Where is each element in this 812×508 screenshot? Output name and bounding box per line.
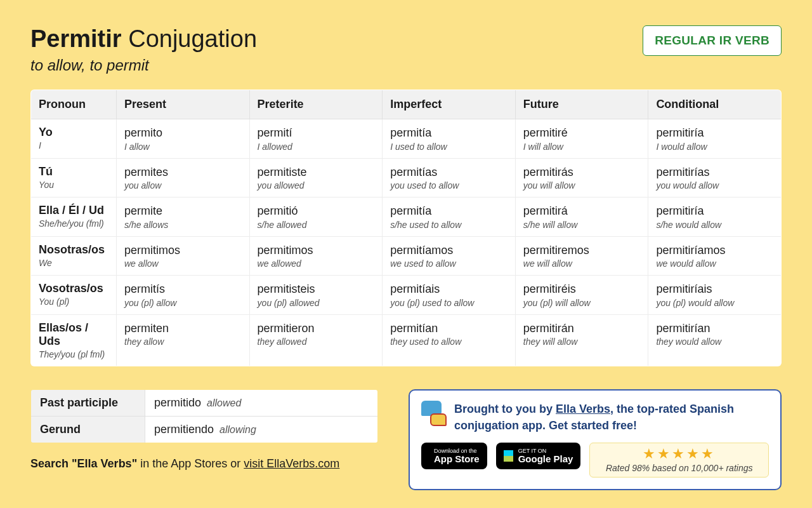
conjugation-cell: permites/he allows	[117, 197, 250, 237]
table-row: Vosotras/osYou (pl)permitísyou (pl) allo…	[31, 276, 782, 315]
column-header: Present	[117, 90, 250, 119]
column-header: Pronoun	[31, 90, 117, 119]
aux-forms-table: Past participle permitido allowed Gerund…	[30, 389, 378, 443]
conjugation-cell: permitíaI used to allow	[383, 119, 516, 159]
conjugation-cell: permitíamoswe used to allow	[383, 236, 516, 276]
conjugation-cell: permitoI allow	[117, 119, 250, 159]
conjugation-cell: permitimoswe allowed	[249, 236, 383, 276]
past-participle-label: Past participle	[31, 389, 145, 416]
rating-text: Rated 98% based on 10,000+ ratings	[595, 463, 763, 473]
conjugation-cell: permitieronthey allowed	[249, 314, 383, 366]
conjugation-cell: permitiréI will allow	[515, 119, 648, 159]
column-header: Future	[515, 90, 648, 119]
past-participle-value: permitido allowed	[145, 389, 378, 416]
table-row: Ellas/os / UdsThey/you (pl fml)permitent…	[31, 314, 782, 366]
promo-box: Brought to you by Ella Verbs, the top-ra…	[409, 389, 782, 490]
conjugation-cell: permitiríamoswe would allow	[648, 236, 782, 276]
verb-type-badge: REGULAR IR VERB	[643, 25, 782, 56]
page-title: Permitir Conjugation	[30, 25, 257, 53]
conjugation-cell: permitíasyou used to allow	[383, 158, 516, 197]
conjugation-cell: permitirías/he would allow	[648, 197, 782, 237]
conjugation-cell: permitesyou allow	[117, 158, 250, 197]
star-icons: ★★★★★	[595, 446, 763, 462]
pronoun-cell: Nosotras/osWe	[31, 236, 117, 276]
conjugation-cell: permitimoswe allow	[117, 236, 250, 276]
header-block: Permitir Conjugation to allow, to permit	[30, 25, 257, 74]
conjugation-cell: permitenthey allow	[117, 314, 250, 366]
table-row: Ella / Él / UdShe/he/you (fml)permites/h…	[31, 197, 782, 237]
pronoun-cell: Ella / Él / UdShe/he/you (fml)	[31, 197, 117, 237]
verb-translation: to allow, to permit	[30, 57, 257, 74]
column-header: Conditional	[648, 90, 782, 119]
conjugation-cell: permitirásyou will allow	[515, 158, 648, 197]
conjugation-cell: permitías/he used to allow	[383, 197, 516, 237]
gerund-label: Gerund	[31, 416, 145, 443]
table-row: TúYoupermitesyou allowpermitisteyou allo…	[31, 158, 782, 197]
table-row: YoIpermitoI allowpermitíI allowedpermití…	[31, 119, 782, 159]
pronoun-cell: YoI	[31, 119, 117, 159]
conjugation-cell: permitiránthey will allow	[515, 314, 648, 366]
promo-text: Brought to you by Ella Verbs, the top-ra…	[454, 401, 769, 434]
google-play-button[interactable]: GET IT ON Google Play	[496, 443, 581, 469]
verb-name: Permitir	[30, 25, 122, 52]
conjugation-cell: permitirás/he will allow	[515, 197, 648, 237]
ella-verbs-link[interactable]: Ella Verbs	[556, 403, 610, 415]
conjugation-cell: permitiríanthey would allow	[648, 314, 782, 366]
conjugation-cell: permitiríaisyou (pl) would allow	[648, 276, 782, 315]
conjugation-cell: permitiós/he allowed	[249, 197, 383, 237]
conjugation-cell: permitísyou (pl) allow	[117, 276, 250, 315]
pronoun-cell: Vosotras/osYou (pl)	[31, 276, 117, 315]
search-instructions: Search "Ella Verbs" in the App Stores or…	[30, 457, 378, 471]
conjugation-cell: permitíanthey used to allow	[383, 314, 516, 366]
conjugation-cell: permitiréisyou (pl) will allow	[515, 276, 648, 315]
app-store-button[interactable]: Download on the App Store	[421, 443, 487, 469]
conjugation-cell: permitiremoswe will allow	[515, 236, 648, 276]
pronoun-cell: Ellas/os / UdsThey/you (pl fml)	[31, 314, 117, 366]
conjugation-cell: permitisteisyou (pl) allowed	[249, 276, 383, 315]
rating-box: ★★★★★ Rated 98% based on 10,000+ ratings	[589, 443, 769, 478]
conjugation-cell: permitíI allowed	[249, 119, 383, 159]
conjugation-cell: permitisteyou allowed	[249, 158, 383, 197]
pronoun-cell: TúYou	[31, 158, 117, 197]
gerund-value: permitiendo allowing	[145, 416, 378, 443]
conjugation-cell: permitiríasyou would allow	[648, 158, 782, 197]
column-header: Imperfect	[383, 90, 516, 119]
conjugation-table: PronounPresentPreteriteImperfectFutureCo…	[30, 90, 782, 366]
column-header: Preterite	[249, 90, 383, 119]
title-suffix: Conjugation	[128, 25, 257, 52]
google-play-icon	[504, 450, 513, 462]
conjugation-cell: permitiríaI would allow	[648, 119, 782, 159]
app-logo-icon	[421, 401, 447, 426]
table-row: Nosotras/osWepermitimoswe allowpermitimo…	[31, 236, 782, 276]
ellaverbs-site-link[interactable]: visit EllaVerbs.com	[244, 457, 339, 470]
conjugation-cell: permitíaisyou (pl) used to allow	[383, 276, 516, 315]
